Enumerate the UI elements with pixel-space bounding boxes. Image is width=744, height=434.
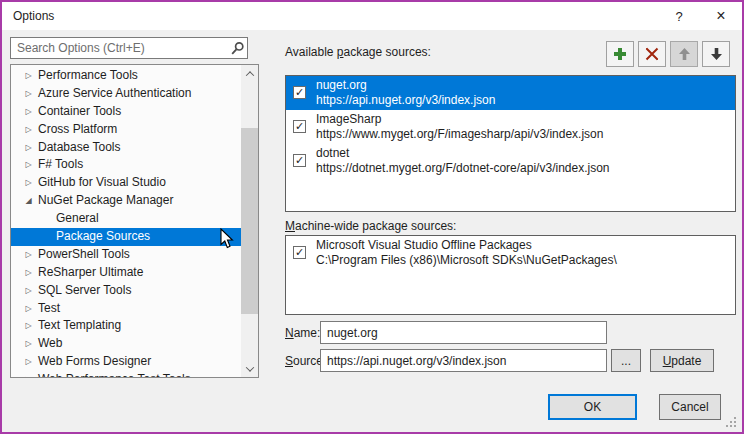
- tree-item-nuget-package-manager[interactable]: ◢NuGet Package Manager: [11, 192, 241, 210]
- collapsed-icon[interactable]: ▷: [22, 264, 35, 282]
- tree-item-label: NuGet Package Manager: [38, 193, 173, 207]
- scrollbar-thumb[interactable]: [241, 128, 258, 314]
- tree-item-label: Web Forms Designer: [38, 354, 151, 368]
- move-down-button[interactable]: [702, 41, 730, 67]
- collapsed-icon[interactable]: ▷: [22, 174, 35, 192]
- tree-item-package-sources[interactable]: Package Sources: [11, 228, 241, 246]
- tree-item-cross-platform[interactable]: ▷Cross Platform: [11, 121, 241, 139]
- tree-item-resharper-ultimate[interactable]: ▷ReSharper Ultimate: [11, 264, 241, 282]
- resize-grip-icon[interactable]: [726, 417, 737, 428]
- tree-item-web[interactable]: ▷Web: [11, 335, 241, 353]
- collapsed-icon[interactable]: ▷: [22, 317, 35, 335]
- collapsed-icon[interactable]: ▷: [22, 246, 35, 264]
- cancel-button[interactable]: Cancel: [659, 394, 721, 420]
- options-tree[interactable]: ▷Performance Tools▷Azure Service Authent…: [10, 64, 259, 378]
- tree-item-label: F# Tools: [38, 157, 83, 171]
- tree-item-general[interactable]: General: [11, 210, 241, 228]
- update-button[interactable]: Update: [650, 349, 714, 372]
- source-url: C:\Program Files (x86)\Microsoft SDKs\Nu…: [316, 253, 731, 268]
- collapsed-icon[interactable]: ▷: [22, 371, 35, 377]
- tree-item-sql-server-tools[interactable]: ▷SQL Server Tools: [11, 282, 241, 300]
- collapsed-icon[interactable]: ▷: [22, 282, 35, 300]
- tree-item-label: Performance Tools: [38, 68, 138, 82]
- available-sources-list[interactable]: ✓nuget.orghttps://api.nuget.org/v3/index…: [285, 75, 736, 212]
- tree-scrollbar[interactable]: [241, 65, 258, 377]
- mouse-cursor: [220, 228, 236, 250]
- package-source-row-imagesharp[interactable]: ✓ImageSharphttps://www.myget.org/F/image…: [286, 110, 735, 144]
- browse-button[interactable]: ...: [611, 349, 641, 372]
- tree-item-web-forms-designer[interactable]: ▷Web Forms Designer: [11, 353, 241, 371]
- move-up-button[interactable]: [670, 41, 698, 67]
- tree-item-label: SQL Server Tools: [38, 283, 131, 297]
- tree-item-web-performance-test-tools[interactable]: ▷Web Performance Test Tools: [11, 371, 241, 377]
- window-title: Options: [2, 9, 658, 23]
- options-dialog: Options ? × ▷Performance Tools▷Azure Ser…: [0, 0, 744, 434]
- collapsed-icon[interactable]: ▷: [22, 335, 35, 353]
- expanded-icon[interactable]: ◢: [22, 192, 35, 210]
- machine-wide-sources-label: Machine-wide package sources:: [285, 219, 456, 233]
- source-url: https://api.nuget.org/v3/index.json: [316, 93, 731, 108]
- tree-item-label: PowerShell Tools: [38, 247, 130, 261]
- tree-item-azure-service-authentication[interactable]: ▷Azure Service Authentication: [11, 85, 241, 103]
- source-name: Microsoft Visual Studio Offline Packages: [316, 238, 731, 253]
- chevron-down-icon: [245, 363, 253, 371]
- ok-button[interactable]: OK: [548, 394, 637, 420]
- tree-item-label: Cross Platform: [38, 122, 117, 136]
- source-toolbar: [606, 41, 730, 67]
- close-button[interactable]: ×: [700, 2, 742, 30]
- collapsed-icon[interactable]: ▷: [22, 156, 35, 174]
- scroll-down-button[interactable]: [241, 360, 258, 377]
- collapsed-icon[interactable]: ▷: [22, 67, 35, 85]
- source-checkbox[interactable]: ✓: [293, 120, 306, 133]
- tree-item-test[interactable]: ▷Test: [11, 300, 241, 318]
- tree-item-label: Database Tools: [38, 140, 121, 154]
- tree-item-f-tools[interactable]: ▷F# Tools: [11, 156, 241, 174]
- arrow-up-icon: [678, 47, 691, 61]
- source-name: ImageSharp: [316, 112, 731, 127]
- search-input[interactable]: [10, 37, 248, 59]
- titlebar[interactable]: Options ? ×: [2, 2, 742, 30]
- tree-item-label: Package Sources: [56, 229, 150, 243]
- remove-source-button[interactable]: [638, 41, 666, 67]
- tree-item-powershell-tools[interactable]: ▷PowerShell Tools: [11, 246, 241, 264]
- help-button[interactable]: ?: [658, 2, 700, 30]
- tree-item-label: GitHub for Visual Studio: [38, 175, 166, 189]
- tree-item-database-tools[interactable]: ▷Database Tools: [11, 139, 241, 157]
- tree-item-text-templating[interactable]: ▷Text Templating: [11, 317, 241, 335]
- tree-item-label: Azure Service Authentication: [38, 86, 191, 100]
- tree-item-label: Text Templating: [38, 318, 121, 332]
- source-name: nuget.org: [316, 78, 731, 93]
- collapsed-icon[interactable]: ▷: [22, 300, 35, 318]
- tree-item-label: Web Performance Test Tools: [38, 372, 191, 377]
- tree-item-label: Web: [38, 336, 62, 350]
- source-checkbox[interactable]: ✓: [293, 246, 306, 259]
- collapsed-icon[interactable]: ▷: [22, 121, 35, 139]
- tree-item-label: Test: [38, 301, 60, 315]
- source-name: dotnet: [316, 146, 731, 161]
- package-source-row-dotnet[interactable]: ✓dotnethttps://dotnet.myget.org/F/dotnet…: [286, 144, 735, 178]
- tree-item-container-tools[interactable]: ▷Container Tools: [11, 103, 241, 121]
- tree-item-label: General: [56, 211, 99, 225]
- chevron-up-icon: [245, 71, 253, 79]
- machine-wide-sources-list[interactable]: ✓Microsoft Visual Studio Offline Package…: [285, 235, 736, 315]
- source-checkbox[interactable]: ✓: [293, 86, 306, 99]
- collapsed-icon[interactable]: ▷: [22, 139, 35, 157]
- source-checkbox[interactable]: ✓: [293, 154, 306, 167]
- tree-item-performance-tools[interactable]: ▷Performance Tools: [11, 67, 241, 85]
- collapsed-icon[interactable]: ▷: [22, 353, 35, 371]
- collapsed-icon[interactable]: ▷: [22, 103, 35, 121]
- tree-item-label: Container Tools: [38, 104, 121, 118]
- collapsed-icon[interactable]: ▷: [22, 85, 35, 103]
- plus-icon: [613, 47, 627, 61]
- source-field[interactable]: [320, 349, 607, 372]
- add-source-button[interactable]: [606, 41, 634, 67]
- tree-item-label: ReSharper Ultimate: [38, 265, 143, 279]
- name-field[interactable]: [320, 321, 607, 344]
- package-source-row-nuget-org[interactable]: ✓nuget.orghttps://api.nuget.org/v3/index…: [286, 76, 735, 110]
- arrow-down-icon: [710, 47, 723, 61]
- package-source-row-microsoft-visual-studio-offline-packages[interactable]: ✓Microsoft Visual Studio Offline Package…: [286, 236, 735, 270]
- scroll-up-button[interactable]: [241, 65, 258, 82]
- tree-item-github-for-visual-studio[interactable]: ▷GitHub for Visual Studio: [11, 174, 241, 192]
- source-url: https://www.myget.org/F/imagesharp/api/v…: [316, 127, 731, 142]
- source-url: https://dotnet.myget.org/F/dotnet-core/a…: [316, 161, 731, 176]
